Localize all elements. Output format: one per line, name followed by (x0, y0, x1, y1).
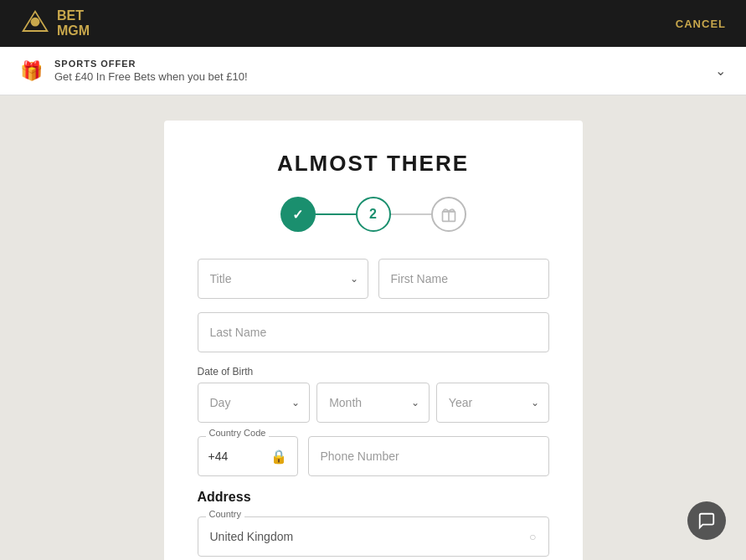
country-field-wrapper: Country United Kingdom ○ (198, 516, 549, 557)
country-label: Country (206, 509, 245, 519)
country-code-field: Country Code +44 🔒 (198, 436, 298, 476)
day-field: Day 123 ⌄ (198, 383, 311, 423)
country-code-value: +44 (208, 450, 229, 463)
firstname-field (378, 259, 549, 299)
step-1: ✓ (280, 197, 316, 232)
logo: BET MGM (20, 8, 90, 39)
step-indicator: ✓ 2 (198, 197, 549, 232)
gift-icon: 🎁 (20, 60, 43, 82)
offer-banner: 🎁 SPORTS OFFER Get £40 In Free Bets when… (0, 47, 746, 95)
step-3 (431, 197, 466, 232)
step-2: 2 (356, 197, 391, 232)
logo-text: BET MGM (57, 8, 90, 38)
header: BET MGM CANCEL (0, 0, 746, 47)
lastname-input[interactable] (198, 312, 549, 352)
day-select[interactable]: Day 123 (198, 383, 311, 423)
main-content: ALMOST THERE ✓ 2 Title M (0, 95, 746, 560)
lastname-row (198, 312, 549, 352)
phone-input[interactable] (308, 436, 549, 476)
phone-field (308, 436, 549, 476)
offer-chevron-down-icon[interactable]: ⌄ (715, 63, 726, 79)
step-line-2 (391, 213, 431, 215)
address-label: Address (198, 490, 549, 505)
year-select[interactable]: Year 20001999 (436, 383, 549, 423)
form-card: ALMOST THERE ✓ 2 Title M (164, 121, 583, 560)
dob-label: Date of Birth (198, 366, 549, 378)
country-select[interactable]: United Kingdom ○ (198, 516, 549, 557)
form-title: ALMOST THERE (198, 151, 549, 177)
year-field: Year 20001999 ⌄ (436, 383, 549, 423)
phone-row: Country Code +44 🔒 (198, 436, 549, 476)
lock-icon: 🔒 (270, 449, 287, 465)
logo-icon (20, 8, 50, 39)
title-field: Title Mr Mrs Miss Ms Dr ⌄ (198, 259, 368, 299)
month-field: Month JanuaryFebruary ⌄ (316, 383, 430, 423)
dob-group: Date of Birth Day 123 ⌄ Month JanuaryFeb… (198, 366, 549, 423)
chat-button[interactable] (687, 501, 726, 540)
title-select[interactable]: Title Mr Mrs Miss Ms Dr (198, 259, 368, 299)
dob-fields: Day 123 ⌄ Month JanuaryFebruary ⌄ Year 2 (198, 383, 549, 423)
svg-point-2 (31, 18, 40, 27)
chat-icon (697, 511, 716, 530)
offer-title: SPORTS OFFER (54, 59, 248, 69)
offer-left: 🎁 SPORTS OFFER Get £40 In Free Bets when… (20, 59, 248, 83)
step-line-1 (316, 213, 356, 215)
month-select[interactable]: Month JanuaryFebruary (316, 383, 430, 423)
firstname-input[interactable] (378, 259, 549, 299)
country-field-icon: ○ (529, 530, 536, 543)
gift-step-icon (440, 206, 457, 223)
cancel-button[interactable]: CANCEL (676, 18, 726, 30)
address-section: Address Country United Kingdom ○ (198, 490, 549, 557)
country-code-label: Country Code (206, 428, 270, 438)
lastname-field (198, 312, 549, 352)
country-value: United Kingdom (210, 530, 294, 543)
title-firstname-row: Title Mr Mrs Miss Ms Dr ⌄ (198, 259, 549, 299)
country-code-inner: +44 🔒 (198, 436, 298, 476)
offer-description: Get £40 In Free Bets when you bet £10! (54, 70, 248, 83)
